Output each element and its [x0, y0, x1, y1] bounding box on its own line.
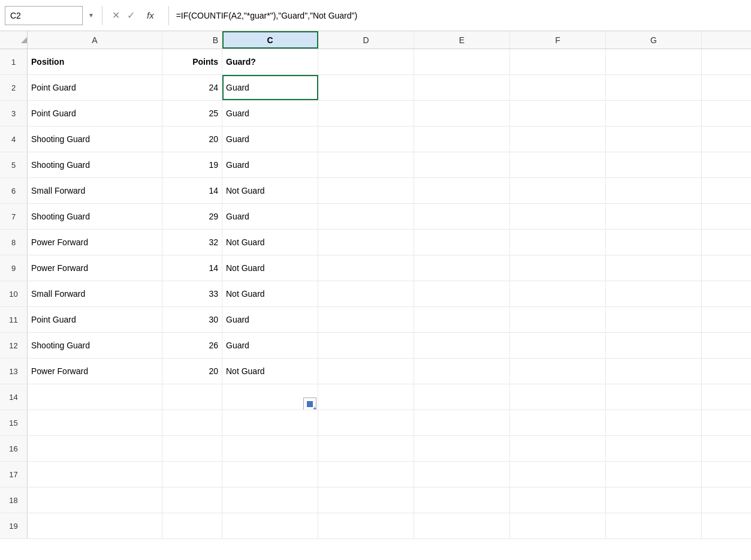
cell-d-8[interactable] — [318, 230, 414, 255]
cell-d-12[interactable] — [318, 333, 414, 358]
row-header[interactable]: 14 — [0, 384, 28, 410]
cell-a-17[interactable] — [28, 462, 162, 487]
cell-c-15[interactable] — [222, 410, 318, 435]
cell-a-10[interactable]: Small Forward — [28, 281, 162, 306]
cell-a-4[interactable]: Shooting Guard — [28, 127, 162, 152]
cell-d-15[interactable] — [318, 410, 414, 435]
cell-g-18[interactable] — [606, 487, 702, 513]
cell-g-14[interactable] — [606, 384, 702, 410]
cell-b-11[interactable]: 30 — [162, 307, 222, 332]
row-header[interactable]: 18 — [0, 487, 28, 513]
cell-b-17[interactable] — [162, 462, 222, 487]
corner-cell[interactable] — [0, 31, 28, 49]
row-header[interactable]: 4 — [0, 127, 28, 152]
cell-g-12[interactable] — [606, 333, 702, 358]
cell-g-5[interactable] — [606, 152, 702, 177]
cell-g-19[interactable] — [606, 513, 702, 538]
cell-g-9[interactable] — [606, 255, 702, 281]
cell-reference-box[interactable]: C2 — [5, 6, 83, 25]
cell-c-3[interactable]: Guard — [222, 101, 318, 126]
cell-d-7[interactable] — [318, 204, 414, 229]
row-header[interactable]: 9 — [0, 255, 28, 281]
cell-g-10[interactable] — [606, 281, 702, 306]
cell-f-1[interactable] — [510, 49, 606, 74]
cell-e-2[interactable] — [414, 75, 510, 100]
cell-a-6[interactable]: Small Forward — [28, 178, 162, 203]
cell-e-12[interactable] — [414, 333, 510, 358]
cell-f-5[interactable] — [510, 152, 606, 177]
cell-a-14[interactable] — [28, 384, 162, 410]
cell-e-10[interactable] — [414, 281, 510, 306]
cell-c-10[interactable]: Not Guard — [222, 281, 318, 306]
col-header-f[interactable]: F — [510, 31, 606, 49]
cell-d-14[interactable] — [318, 384, 414, 410]
cell-a-2[interactable]: Point Guard — [28, 75, 162, 100]
cell-d-1[interactable] — [318, 49, 414, 74]
cell-b-19[interactable] — [162, 513, 222, 538]
cell-d-6[interactable] — [318, 178, 414, 203]
flash-fill-icon[interactable] — [303, 398, 316, 410]
col-header-a[interactable]: A — [28, 31, 162, 49]
cancel-formula-icon[interactable]: ✕ — [112, 10, 120, 21]
cell-d-4[interactable] — [318, 127, 414, 152]
cell-b-1[interactable]: Points — [162, 49, 222, 74]
cell-b-12[interactable]: 26 — [162, 333, 222, 358]
cell-c-19[interactable] — [222, 513, 318, 538]
cell-c-14[interactable] — [222, 384, 318, 410]
cell-g-4[interactable] — [606, 127, 702, 152]
cell-f-18[interactable] — [510, 487, 606, 513]
cell-f-9[interactable] — [510, 255, 606, 281]
cell-b-18[interactable] — [162, 487, 222, 513]
row-header[interactable]: 5 — [0, 152, 28, 177]
cell-a-19[interactable] — [28, 513, 162, 538]
cell-a-18[interactable] — [28, 487, 162, 513]
row-header[interactable]: 3 — [0, 101, 28, 126]
col-header-e[interactable]: E — [414, 31, 510, 49]
cell-b-13[interactable]: 20 — [162, 359, 222, 384]
row-header[interactable]: 6 — [0, 178, 28, 203]
cell-e-15[interactable] — [414, 410, 510, 435]
cell-b-7[interactable]: 29 — [162, 204, 222, 229]
cell-e-7[interactable] — [414, 204, 510, 229]
cell-c-9[interactable]: Not Guard — [222, 255, 318, 281]
row-header[interactable]: 15 — [0, 410, 28, 435]
cell-f-19[interactable] — [510, 513, 606, 538]
cell-a-15[interactable] — [28, 410, 162, 435]
cell-e-3[interactable] — [414, 101, 510, 126]
cell-f-12[interactable] — [510, 333, 606, 358]
cell-c-4[interactable]: Guard — [222, 127, 318, 152]
col-header-d[interactable]: D — [318, 31, 414, 49]
cell-g-1[interactable] — [606, 49, 702, 74]
cell-d-5[interactable] — [318, 152, 414, 177]
cell-g-7[interactable] — [606, 204, 702, 229]
cell-e-5[interactable] — [414, 152, 510, 177]
cell-b-9[interactable]: 14 — [162, 255, 222, 281]
formula-input[interactable] — [174, 6, 746, 25]
row-header[interactable]: 1 — [0, 49, 28, 74]
cell-e-19[interactable] — [414, 513, 510, 538]
cell-g-16[interactable] — [606, 436, 702, 461]
cell-c-1[interactable]: Guard? — [222, 49, 318, 74]
cell-e-11[interactable] — [414, 307, 510, 332]
cell-d-19[interactable] — [318, 513, 414, 538]
cell-f-11[interactable] — [510, 307, 606, 332]
row-header[interactable]: 12 — [0, 333, 28, 358]
cell-a-3[interactable]: Point Guard — [28, 101, 162, 126]
cell-d-16[interactable] — [318, 436, 414, 461]
cell-b-8[interactable]: 32 — [162, 230, 222, 255]
cell-d-13[interactable] — [318, 359, 414, 384]
cell-a-7[interactable]: Shooting Guard — [28, 204, 162, 229]
cell-b-4[interactable]: 20 — [162, 127, 222, 152]
cell-c-13[interactable]: Not Guard — [222, 359, 318, 384]
row-header[interactable]: 2 — [0, 75, 28, 100]
cell-f-17[interactable] — [510, 462, 606, 487]
cell-b-10[interactable]: 33 — [162, 281, 222, 306]
cell-d-9[interactable] — [318, 255, 414, 281]
cell-c-17[interactable] — [222, 462, 318, 487]
cell-a-9[interactable]: Power Forward — [28, 255, 162, 281]
cell-c-6[interactable]: Not Guard — [222, 178, 318, 203]
cell-f-13[interactable] — [510, 359, 606, 384]
cell-g-8[interactable] — [606, 230, 702, 255]
cell-g-17[interactable] — [606, 462, 702, 487]
cell-c-7[interactable]: Guard — [222, 204, 318, 229]
